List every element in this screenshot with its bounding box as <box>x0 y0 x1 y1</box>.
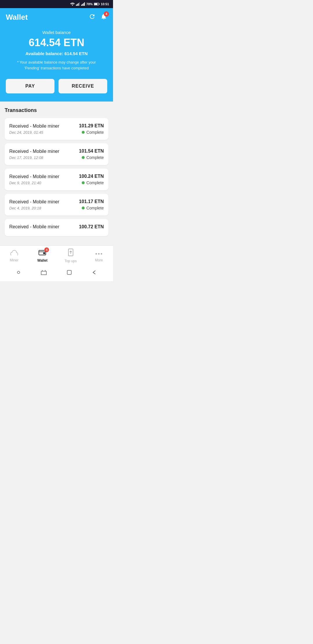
page-title: Wallet <box>6 13 28 22</box>
system-nav <box>0 265 113 281</box>
svg-rect-4 <box>81 5 82 6</box>
top-bar-actions: 4 <box>89 13 107 22</box>
nav-item-topups[interactable]: Top ups <box>57 249 85 263</box>
tx-amount: 101.29 ETN <box>79 123 104 129</box>
tx-title: Received - Mobile miner <box>9 124 59 129</box>
nav-item-miner[interactable]: Miner <box>0 249 28 262</box>
transactions-section: Transactions Received - Mobile miner Dec… <box>0 102 113 245</box>
transactions-title: Transactions <box>5 107 108 113</box>
available-balance: Available balance: 614.54 ETN <box>6 51 107 56</box>
wifi-icon <box>70 2 75 6</box>
notification-button[interactable]: 4 <box>100 13 107 22</box>
tx-title: Received - Mobile miner <box>9 199 59 205</box>
svg-point-15 <box>98 253 100 255</box>
overview-button[interactable] <box>65 268 73 276</box>
svg-rect-1 <box>77 4 78 6</box>
tx-right: 100.24 ETN Complete <box>79 174 104 185</box>
tx-left: Received - Mobile miner Dec 24, 2019, 01… <box>9 124 59 135</box>
svg-rect-2 <box>78 3 79 6</box>
svg-rect-5 <box>82 4 83 6</box>
tx-date: Dec 24, 2019, 01:45 <box>9 130 59 135</box>
wallet-icon: 4 <box>39 249 46 257</box>
svg-point-16 <box>101 253 102 255</box>
cloud-icon <box>10 249 18 257</box>
status-dot <box>82 181 85 184</box>
tx-amount: 101.54 ETN <box>79 149 104 154</box>
transaction-card[interactable]: Received - Mobile miner Dec 17, 2019, 12… <box>5 143 108 165</box>
topups-nav-label: Top ups <box>65 259 77 263</box>
status-dot <box>82 131 85 134</box>
transaction-list: Received - Mobile miner Dec 24, 2019, 01… <box>5 118 108 236</box>
more-nav-label: More <box>95 258 103 262</box>
time-display: 10:51 <box>101 2 109 6</box>
tx-right: 101.17 ETN Complete <box>79 199 104 210</box>
tx-left: Received - Mobile miner Dec 9, 2019, 21:… <box>9 174 59 185</box>
nav-item-wallet[interactable]: 4 Wallet <box>28 249 57 263</box>
back-button[interactable] <box>90 268 99 276</box>
tx-right: 101.29 ETN Complete <box>79 123 104 135</box>
tx-status: Complete <box>79 130 104 135</box>
hero-section: Wallet 4 Wallet balance 614.54 ETN Avai <box>0 8 113 102</box>
status-label: Complete <box>86 155 104 160</box>
svg-point-17 <box>17 271 20 274</box>
svg-rect-3 <box>79 2 80 6</box>
recents-button[interactable] <box>40 268 48 276</box>
status-label: Complete <box>86 130 104 135</box>
tx-date: Dec 17, 2019, 12:08 <box>9 155 59 160</box>
svg-rect-12 <box>43 253 45 254</box>
transaction-card[interactable]: Received - Mobile miner Dec 24, 2019, 01… <box>5 118 108 140</box>
svg-rect-6 <box>83 3 84 6</box>
tx-left: Received - Mobile miner Dec 4, 2019, 20:… <box>9 199 59 210</box>
svg-rect-18 <box>67 270 71 274</box>
transaction-card[interactable]: Received - Mobile miner Dec 4, 2019, 20:… <box>5 194 108 216</box>
wallet-nav-label: Wallet <box>37 258 48 263</box>
tx-status: Complete <box>79 155 104 160</box>
status-label: Complete <box>86 180 104 185</box>
tx-amount: 100.24 ETN <box>79 174 104 179</box>
topup-icon <box>68 249 74 258</box>
nav-item-more[interactable]: More <box>85 249 113 262</box>
battery-icon <box>94 2 100 6</box>
status-label: Complete <box>86 206 104 210</box>
more-icon <box>95 249 103 257</box>
pay-button[interactable]: PAY <box>6 79 54 93</box>
action-buttons: PAY RECEIVE <box>6 79 107 93</box>
tx-right: 100.72 ETN <box>79 224 104 231</box>
tx-title: Received - Mobile miner <box>9 224 59 229</box>
svg-rect-10 <box>94 3 97 5</box>
tx-date: Dec 4, 2019, 20:18 <box>9 206 59 210</box>
balance-note: * Your available balance may change afte… <box>6 59 107 71</box>
refresh-icon[interactable] <box>89 13 96 22</box>
tx-status: Complete <box>79 206 104 210</box>
status-dot <box>82 207 85 209</box>
bottom-nav: Miner 4 Wallet Top ups <box>0 245 113 265</box>
tx-date: Dec 9, 2019, 21:40 <box>9 181 59 185</box>
svg-rect-0 <box>76 5 77 6</box>
receive-button[interactable]: RECEIVE <box>59 79 107 93</box>
notification-badge: 4 <box>104 11 109 17</box>
wallet-nav-badge: 4 <box>44 247 49 252</box>
svg-rect-9 <box>99 3 99 5</box>
tx-amount: 100.72 ETN <box>79 224 104 229</box>
signal2-icon <box>81 2 85 6</box>
tx-right: 101.54 ETN Complete <box>79 149 104 160</box>
svg-rect-7 <box>84 2 85 6</box>
balance-section: Wallet balance 614.54 ETN Available bala… <box>6 30 107 71</box>
transaction-card[interactable]: Received - Mobile miner 100.72 ETN <box>5 219 108 236</box>
battery-percent: 78% <box>86 2 93 6</box>
tx-status: Complete <box>79 180 104 185</box>
home-button[interactable] <box>14 268 23 276</box>
miner-nav-label: Miner <box>10 258 19 262</box>
balance-label: Wallet balance <box>6 30 107 35</box>
signal-icon <box>76 2 80 6</box>
tx-left: Received - Mobile miner <box>9 224 59 231</box>
transaction-card[interactable]: Received - Mobile miner Dec 9, 2019, 21:… <box>5 169 108 190</box>
svg-point-14 <box>96 253 97 255</box>
tx-left: Received - Mobile miner Dec 17, 2019, 12… <box>9 149 59 160</box>
balance-amount: 614.54 ETN <box>6 37 107 49</box>
tx-title: Received - Mobile miner <box>9 174 59 179</box>
top-bar: Wallet 4 <box>6 13 107 22</box>
tx-amount: 101.17 ETN <box>79 199 104 204</box>
status-dot <box>82 156 85 159</box>
status-icons: 78% 10:51 <box>70 2 109 6</box>
